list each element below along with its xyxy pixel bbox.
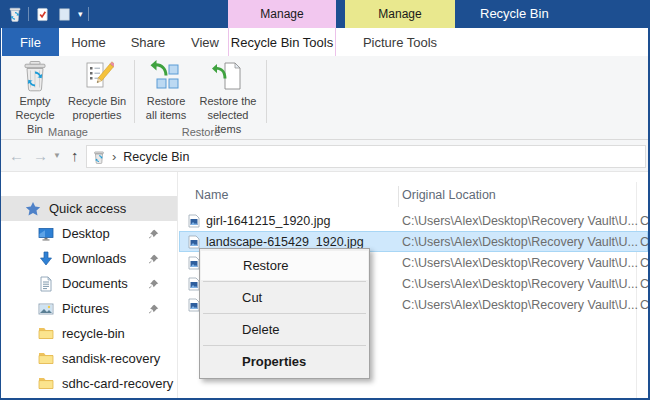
menu-separator [203, 281, 366, 282]
explorer-window: ▾ Manage Manage Recycle Bin File Home Sh… [0, 0, 650, 400]
ribbon-tab-strip: File Home Share View Recycle Bin Tools P… [0, 28, 650, 56]
sidebar-item-recycle-bin-folder[interactable]: recycle-bin [0, 321, 177, 346]
menu-item-properties[interactable]: Properties [200, 347, 369, 376]
toolbar-separator [28, 7, 29, 21]
title-bar: ▾ Manage Manage Recycle Bin [0, 0, 650, 28]
folder-icon [38, 351, 54, 367]
desktop-icon [38, 226, 54, 242]
image-file-icon [187, 214, 201, 228]
group-label-manage: Manage [6, 126, 130, 138]
recent-locations-dropdown-icon[interactable]: ▼ [53, 152, 61, 160]
menu-item-restore[interactable]: Restore [201, 251, 368, 280]
sidebar-item-sdhc-card-recovery[interactable]: sdhc-card-recovery [0, 371, 177, 396]
sidebar-item-pictures[interactable]: Pictures [0, 296, 177, 321]
address-bar-row: ← → ▼ ↑ › Recycle Bin [0, 140, 650, 172]
window-border [0, 0, 1, 400]
pictures-icon [38, 301, 54, 317]
empty-recycle-bin-button[interactable]: Empty Recycle Bin [6, 59, 64, 136]
navigation-pane: Quick access Desktop Downloads [0, 172, 178, 398]
recycle-bin-icon [92, 150, 106, 164]
menu-separator [203, 313, 366, 314]
sidebar-item-quick-access[interactable]: Quick access [0, 196, 177, 221]
restore-selected-items-icon [211, 59, 245, 93]
recycle-bin-properties-button[interactable]: Recycle Bin properties [64, 59, 130, 123]
group-separator [134, 60, 135, 123]
pin-icon [148, 303, 159, 314]
contextual-header-picture-tools[interactable]: Manage [345, 0, 455, 28]
image-file-icon [187, 235, 201, 249]
pin-icon [148, 253, 159, 264]
quick-access-star-icon [25, 201, 41, 217]
tab-file[interactable]: File [2, 28, 59, 56]
column-headers: Name Original Location [179, 184, 648, 208]
folder-icon [38, 376, 54, 392]
address-bar[interactable]: › Recycle Bin [86, 145, 646, 168]
menu-item-delete[interactable]: Delete [200, 315, 369, 344]
restore-all-items-icon [149, 59, 183, 93]
toolbar-separator [88, 7, 89, 21]
column-divider[interactable] [398, 186, 399, 207]
window-title: Recycle Bin [480, 0, 549, 28]
recycle-bin-properties-icon [80, 59, 114, 93]
properties-check-icon[interactable] [34, 6, 51, 23]
group-separator [266, 60, 267, 123]
sidebar-item-sandisk-recovery[interactable]: sandisk-recovery [0, 346, 177, 371]
sidebar-item-documents[interactable]: Documents [0, 271, 177, 296]
tab-recycle-bin-tools[interactable]: Recycle Bin Tools [228, 28, 336, 56]
file-row-girl[interactable]: girl-1641215_1920.jpg C:\Users\Alex\Desk… [179, 210, 648, 231]
menu-item-cut[interactable]: Cut [200, 283, 369, 312]
chevron-icon[interactable]: › [112, 149, 116, 164]
tab-view[interactable]: View [178, 28, 232, 56]
recycle-bin-icon[interactable] [6, 6, 23, 23]
downloads-icon [38, 251, 54, 267]
empty-recycle-bin-icon [18, 59, 52, 93]
contextual-header-recycle-bin-tools[interactable]: Manage [228, 0, 336, 28]
dropdown-arrow-icon[interactable]: ▾ [78, 10, 83, 19]
quick-access-toolbar: ▾ [6, 0, 89, 28]
context-menu: Restore Cut Delete Properties [199, 248, 370, 379]
folder-icon [38, 326, 54, 342]
restore-selected-items-button[interactable]: Restore the selected items [194, 59, 262, 136]
sidebar-item-desktop[interactable]: Desktop [0, 221, 177, 246]
column-header-name[interactable]: Name [195, 188, 228, 202]
menu-separator [203, 345, 366, 346]
tab-share[interactable]: Share [118, 28, 178, 56]
sidebar-item-downloads[interactable]: Downloads [0, 246, 177, 271]
group-label-restore: Restore [140, 126, 262, 138]
tab-picture-tools[interactable]: Picture Tools [345, 28, 455, 56]
pin-icon [148, 228, 159, 239]
documents-icon [38, 276, 54, 292]
tab-home[interactable]: Home [59, 28, 118, 56]
column-header-original-location[interactable]: Original Location [402, 188, 496, 202]
forward-icon[interactable]: → [33, 148, 48, 163]
breadcrumb[interactable]: Recycle Bin [123, 150, 189, 164]
folder-button-icon[interactable] [56, 6, 73, 23]
ribbon: Empty Recycle Bin Recycle Bin properties… [0, 56, 650, 140]
restore-all-items-button[interactable]: Restore all items [140, 59, 192, 123]
back-icon[interactable]: ← [9, 148, 24, 163]
pin-icon [148, 278, 159, 289]
up-icon[interactable]: ↑ [71, 148, 79, 163]
